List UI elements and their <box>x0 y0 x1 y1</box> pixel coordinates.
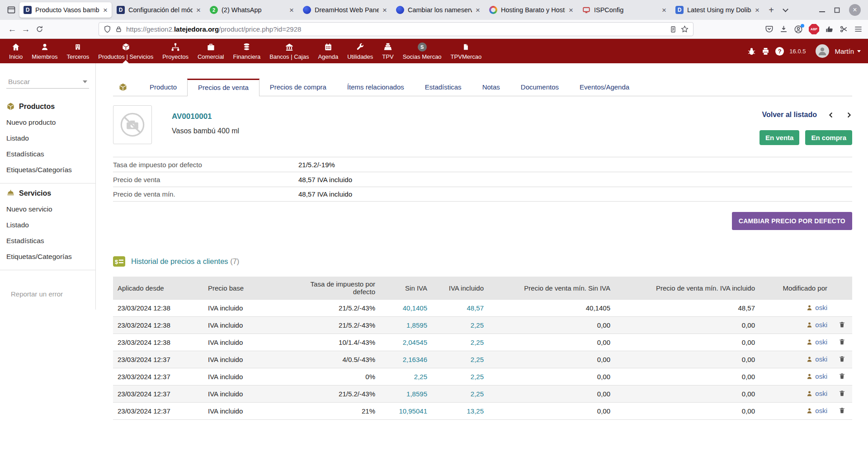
modified-by-link[interactable]: oski <box>815 407 827 414</box>
chevron-right-icon[interactable] <box>845 111 852 119</box>
nav-socias-mercao[interactable]: S Socias Mercao <box>398 39 446 63</box>
sidebar-item-estadisticas-servicios[interactable]: Estadísticas <box>6 237 89 245</box>
bookmark-star-icon[interactable] <box>681 25 689 33</box>
firefox-view-icon[interactable] <box>4 2 19 18</box>
forward-icon[interactable]: → <box>19 23 33 36</box>
url-text[interactable]: https://gestion2.latejedora.org/product/… <box>126 25 665 33</box>
price-excl-vat-link[interactable]: 2,16346 <box>403 356 427 363</box>
browser-tab[interactable]: Cambiar los nameservers × <box>392 2 484 18</box>
nav-tpv[interactable]: TPV <box>377 39 398 63</box>
tab-documentos[interactable]: Documentos <box>510 79 569 96</box>
tab-items-relacionados[interactable]: Ítems relacionados <box>337 79 415 96</box>
sidebar-item-etiquetas-productos[interactable]: Etiquetas/Categorías <box>6 166 89 174</box>
back-to-list-link[interactable]: Volver al listado <box>762 111 817 119</box>
sidebar-item-etiquetas-servicios[interactable]: Etiquetas/Categorías <box>6 253 89 261</box>
close-icon[interactable]: × <box>103 6 108 14</box>
tab-precios-compra[interactable]: Precios de compra <box>259 79 337 96</box>
nav-comercial[interactable]: Comercial <box>193 39 229 63</box>
sidebar-item-estadisticas-productos[interactable]: Estadísticas <box>6 150 89 158</box>
browser-tab[interactable]: D Latest Using my Dolibarr/ × <box>671 2 764 18</box>
modified-by-link[interactable]: oski <box>815 321 827 329</box>
price-excl-vat-link[interactable]: 40,1405 <box>403 304 427 312</box>
browser-tab[interactable]: DreamHost Web Panel > Do × <box>299 2 391 18</box>
tab-estadisticas[interactable]: Estadísticas <box>415 79 472 96</box>
price-incl-vat-link[interactable]: 2,25 <box>471 356 484 363</box>
close-icon[interactable]: × <box>382 6 387 14</box>
price-incl-vat-link[interactable]: 2,25 <box>471 373 484 381</box>
printer-icon[interactable] <box>761 47 770 56</box>
close-icon[interactable]: × <box>196 6 201 14</box>
reload-icon[interactable] <box>33 23 46 36</box>
sidebar-section-servicios[interactable]: Servicios <box>6 189 89 197</box>
sidebar-item-listado-servicios[interactable]: Listado <box>6 221 89 229</box>
price-excl-vat-link[interactable]: 2,04545 <box>403 338 427 346</box>
adblock-icon[interactable]: ABP <box>809 24 819 34</box>
trash-icon[interactable] <box>839 321 845 328</box>
new-tab-button[interactable]: + <box>764 3 778 17</box>
tab-eventos-agenda[interactable]: Eventos/Agenda <box>569 79 640 96</box>
trash-icon[interactable] <box>839 390 845 397</box>
modified-by-link[interactable]: oski <box>815 355 827 363</box>
modified-by-link[interactable]: oski <box>815 390 827 397</box>
trash-icon[interactable] <box>839 407 845 414</box>
sidebar-section-productos[interactable]: Productos <box>6 102 89 111</box>
price-excl-vat-link[interactable]: 2,25 <box>414 373 427 381</box>
sidebar-item-nuevo-servicio[interactable]: Nuevo servicio <box>6 205 89 213</box>
report-error-link[interactable]: Reportar un error <box>11 290 85 298</box>
screenshot-scissors-icon[interactable] <box>840 25 848 33</box>
price-incl-vat-link[interactable]: 2,25 <box>471 321 484 329</box>
price-incl-vat-link[interactable]: 48,57 <box>467 304 484 312</box>
sidebar-item-listado-productos[interactable]: Listado <box>6 134 89 142</box>
tab-precios-venta[interactable]: Precios de venta <box>187 79 259 96</box>
tab-producto[interactable]: Producto <box>139 79 187 96</box>
bug-icon[interactable] <box>747 47 756 56</box>
nav-miembros[interactable]: Miembros <box>27 39 62 63</box>
nav-proyectos[interactable]: Proyectos <box>158 39 193 63</box>
download-icon[interactable] <box>779 25 788 33</box>
close-icon[interactable]: × <box>476 6 480 14</box>
modified-by-link[interactable]: oski <box>815 304 827 311</box>
chevron-left-icon[interactable] <box>828 111 835 119</box>
nav-productos-servicios[interactable]: Productos | Servicios <box>94 39 158 63</box>
tab-notas[interactable]: Notas <box>472 79 510 96</box>
list-all-tabs-icon[interactable] <box>778 9 792 11</box>
maximize-button[interactable] <box>834 7 840 13</box>
close-icon[interactable]: × <box>289 6 294 14</box>
nav-tpvmercao[interactable]: TPVMercao <box>446 39 486 63</box>
modified-by-link[interactable]: oski <box>815 372 827 380</box>
account-icon[interactable] <box>794 25 803 34</box>
browser-tab[interactable]: D Configuración del módulo × <box>113 2 205 18</box>
back-icon[interactable]: ← <box>5 23 19 36</box>
shield-icon[interactable] <box>104 25 111 33</box>
sidebar-item-nuevo-producto[interactable]: Nuevo producto <box>6 118 89 127</box>
nav-bancos-cajas[interactable]: Bancos | Cajas <box>265 39 313 63</box>
avatar[interactable] <box>816 44 829 58</box>
modified-by-link[interactable]: oski <box>815 338 827 346</box>
trash-icon[interactable] <box>839 372 845 380</box>
nav-inicio[interactable]: Inicio <box>5 39 27 63</box>
close-icon[interactable]: × <box>755 6 760 14</box>
nav-financiera[interactable]: Financiera <box>229 39 265 63</box>
nav-utilidades[interactable]: Utilidades <box>343 39 377 63</box>
browser-tab[interactable]: D Producto Vasos bambú 40 × <box>19 2 112 18</box>
price-incl-vat-link[interactable]: 13,25 <box>467 407 484 415</box>
minimize-button[interactable] <box>819 11 825 12</box>
nav-terceros[interactable]: Terceros <box>62 39 94 63</box>
browser-tab[interactable]: Hosting Barato y Hosting × <box>485 2 577 18</box>
user-menu[interactable]: Martín <box>835 47 861 55</box>
close-icon[interactable]: × <box>662 6 666 14</box>
change-default-price-button[interactable]: CAMBIAR PRECIO POR DEFECTO <box>732 212 852 230</box>
lock-icon[interactable] <box>115 26 122 33</box>
browser-tab[interactable]: ISPConfig × <box>578 2 670 18</box>
hamburger-menu-icon[interactable] <box>854 25 863 33</box>
search-select[interactable]: Buscar <box>6 75 89 89</box>
trash-icon[interactable] <box>839 338 845 345</box>
price-incl-vat-link[interactable]: 2,25 <box>471 390 484 398</box>
help-icon[interactable]: ? <box>775 47 784 56</box>
extension-icon[interactable] <box>825 25 834 33</box>
browser-tab[interactable]: 2 (2) WhatsApp × <box>206 2 298 18</box>
price-excl-vat-link[interactable]: 1,8595 <box>406 390 427 398</box>
trash-icon[interactable] <box>839 355 845 362</box>
close-window-button[interactable]: × <box>849 4 861 16</box>
pocket-icon[interactable] <box>765 25 774 33</box>
